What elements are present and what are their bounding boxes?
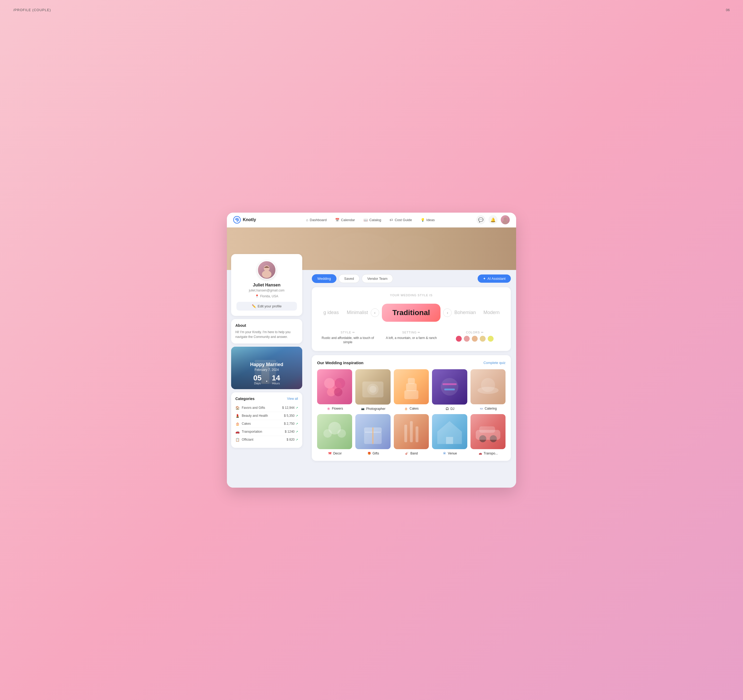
carousel-item-bohemian: Bohemian <box>451 307 478 318</box>
beauty-trend-icon: ↗ <box>296 414 298 418</box>
tabs-row: Wedding Saved Vendor Team ✦ AI Assistant <box>312 274 511 283</box>
insp-item-flowers[interactable]: 🌸 Flowers <box>317 369 352 411</box>
officiant-trend-icon: ↗ <box>296 438 298 442</box>
bell-icon: 🔔 <box>490 217 496 222</box>
venue-text: Venue <box>448 452 457 455</box>
dj-icon: 🎧 <box>445 407 449 411</box>
wedding-date: February 7, 2024 <box>255 368 279 372</box>
cakes-visual <box>394 369 429 404</box>
setting-edit-icon[interactable]: ✏ <box>418 331 420 334</box>
nav-label: Calendar <box>341 218 355 222</box>
category-left: 🎂 Cakes <box>235 422 251 426</box>
location-icon: 📍 <box>255 294 259 298</box>
insp-item-gifts[interactable]: 🎁 Gifts <box>355 414 390 455</box>
tab-vendor-team[interactable]: Vendor Team <box>362 274 393 283</box>
svg-rect-34 <box>404 424 407 442</box>
setting-label: SETTING ✏ <box>382 331 441 334</box>
category-item-transportation[interactable]: 🚗 Transportation $ 1240 ↗ <box>235 428 298 436</box>
category-item-officiant[interactable]: 📋 Officiant $ 820 ↗ <box>235 436 298 443</box>
style-details: STYLE ✏ Rustic and affordable, with a to… <box>318 331 505 345</box>
color-dot-2[interactable] <box>464 336 470 342</box>
chat-button[interactable]: 💬 <box>476 215 485 224</box>
lightbulb-icon: 💡 <box>420 218 425 222</box>
color-dots <box>445 336 505 342</box>
band-icon: 🎸 <box>405 451 409 455</box>
nav-link-calendar[interactable]: 📅 Calendar <box>332 217 359 224</box>
svg-rect-35 <box>410 421 413 442</box>
cakes-price-value: $ 2,750 <box>284 422 295 426</box>
wedding-overlay: Happy Married February 7, 2024 05 Days .… <box>231 347 302 389</box>
cakes-price: $ 2,750 ↗ <box>284 422 298 426</box>
tab-wedding[interactable]: Wedding <box>312 274 336 283</box>
svg-point-8 <box>262 270 271 278</box>
carousel-item-minimalist: Minimalist <box>344 307 371 318</box>
insp-item-cakes[interactable]: 🎂 Cakes <box>394 369 429 411</box>
notifications-button[interactable]: 🔔 <box>488 215 497 224</box>
insp-label-band: 🎸 Band <box>394 451 429 455</box>
svg-point-23 <box>441 378 458 396</box>
svg-point-5 <box>328 233 391 265</box>
complete-quiz-link[interactable]: Complete quiz <box>484 361 506 365</box>
nav-link-dashboard[interactable]: ⌂ Dashboard <box>302 217 330 224</box>
view-all-link[interactable]: View all <box>287 397 298 400</box>
color-dot-5[interactable] <box>488 336 494 342</box>
carousel-item-traditional: Traditional <box>379 301 443 324</box>
home-icon: ⌂ <box>306 218 308 222</box>
color-dot-3[interactable] <box>472 336 478 342</box>
svg-point-14 <box>334 378 345 389</box>
ai-assistant-button[interactable]: ✦ AI Assistant <box>478 274 511 283</box>
insp-item-venue[interactable]: 🏛 Venue <box>432 414 467 455</box>
svg-rect-25 <box>444 389 455 390</box>
svg-point-1 <box>236 219 238 221</box>
insp-label-catering: 🍽 Catering <box>471 406 506 411</box>
page-number: 06 <box>726 8 730 12</box>
wedding-style-heading: YOUR WEDDING STYLE IS <box>318 294 505 297</box>
color-dot-1[interactable] <box>456 336 462 342</box>
edit-profile-button[interactable]: ✏️ Edit your profile <box>237 302 297 311</box>
photographer-icon: 📷 <box>361 407 365 411</box>
style-value: Rustic and affordable, with a touch of s… <box>318 336 377 345</box>
setting-value: A loft, a mountain, or a farm & ranch <box>382 336 441 340</box>
carousel-prev-arrow[interactable]: ‹ <box>371 308 379 317</box>
insp-item-decor[interactable]: 🎀 Decor <box>317 414 352 455</box>
user-avatar[interactable] <box>501 215 510 224</box>
tag-icon: 🏷 <box>389 218 393 222</box>
category-item-beauty[interactable]: 💄 Beauty and Health $ 5,350 ↗ <box>235 412 298 420</box>
insp-item-band[interactable]: 🎸 Band <box>394 414 429 455</box>
insp-item-dj[interactable]: 🎧 DJ <box>432 369 467 411</box>
tab-saved[interactable]: Saved <box>339 274 360 283</box>
svg-point-27 <box>481 378 495 392</box>
insp-item-transport[interactable]: 🚗 Transpo... <box>471 414 506 455</box>
colors-edit-icon[interactable]: ✏ <box>481 331 484 334</box>
carousel-next-arrow[interactable]: › <box>443 308 451 317</box>
category-item-favors[interactable]: 🏠 Favors and Gifts $ 12,944 ↗ <box>235 404 298 412</box>
insp-item-catering[interactable]: 🍽 Catering <box>471 369 506 411</box>
insp-img-decor <box>317 414 352 449</box>
nav-logo[interactable]: Knotly <box>233 216 256 224</box>
style-edit-icon[interactable]: ✏ <box>352 331 355 334</box>
insp-img-venue <box>432 414 467 449</box>
style-detail-setting: SETTING ✏ A loft, a mountain, or a farm … <box>382 331 441 345</box>
catering-visual <box>471 369 506 404</box>
svg-rect-20 <box>404 390 419 399</box>
decor-text: Decor <box>333 452 342 455</box>
insp-label-cakes: 🎂 Cakes <box>394 406 429 411</box>
ai-icon: ✦ <box>483 277 486 280</box>
style-active-badge: Traditional <box>382 304 441 322</box>
nav-link-ideas[interactable]: 💡 Ideas <box>417 217 439 224</box>
svg-rect-43 <box>479 426 495 433</box>
category-item-cakes[interactable]: 🎂 Cakes $ 2,750 ↗ <box>235 420 298 428</box>
band-visual <box>394 414 429 449</box>
countdown-days-label: Days <box>253 382 262 385</box>
transportation-price: $ 1240 ↗ <box>285 430 298 433</box>
catering-text: Catering <box>485 407 497 411</box>
nav-link-catalog[interactable]: 📖 Catalog <box>360 217 385 224</box>
nav-link-cost-guide[interactable]: 🏷 Cost Guide <box>386 217 416 224</box>
color-dot-4[interactable] <box>480 336 485 342</box>
nav-label: Catalog <box>369 218 381 222</box>
dj-text: DJ <box>451 407 454 411</box>
style-carousel: g ideas Minimalist ‹ Traditional › Bohem… <box>318 301 505 324</box>
insp-item-photographer[interactable]: 📷 Photographer <box>355 369 390 411</box>
countdown-separator: . <box>266 376 268 383</box>
nav-label: Cost Guide <box>395 218 412 222</box>
